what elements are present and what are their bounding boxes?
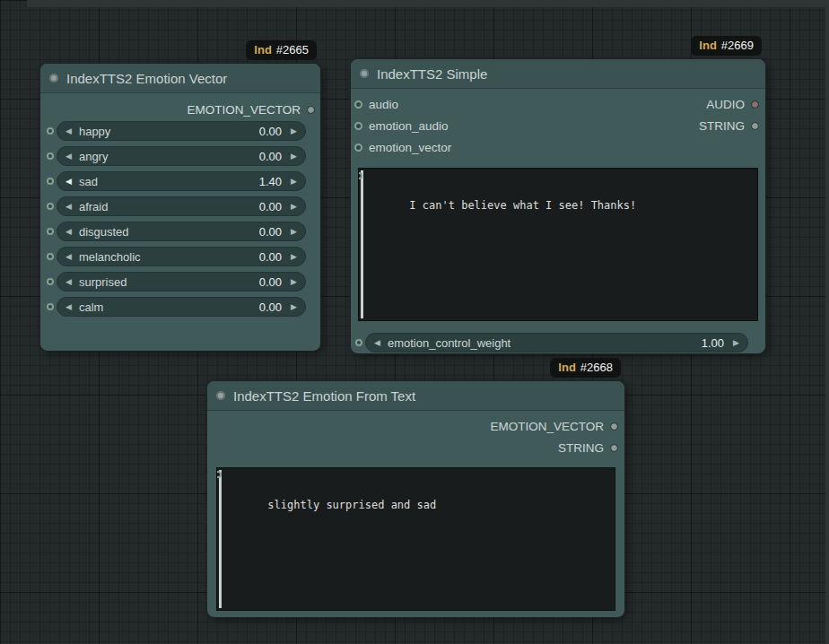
slider-value: 1.40 xyxy=(259,175,282,188)
increment-arrow-icon[interactable]: ▶ xyxy=(291,278,297,286)
output-port-string[interactable] xyxy=(610,444,618,452)
slider-disgusted[interactable]: ◀ disgusted 0.00 ▶ xyxy=(57,222,306,241)
output-port-audio[interactable] xyxy=(751,100,759,109)
collapse-dot[interactable] xyxy=(49,74,58,83)
input-port-afraid[interactable] xyxy=(47,203,54,210)
slider-label: angry xyxy=(79,150,259,163)
collapse-dot[interactable] xyxy=(360,69,369,78)
slider-label: surprised xyxy=(79,275,259,289)
slider-value: 0.00 xyxy=(259,300,282,314)
decrement-arrow-icon[interactable]: ◀ xyxy=(65,253,72,261)
output-port-string[interactable] xyxy=(751,122,759,130)
input-port-calm[interactable] xyxy=(47,303,54,310)
increment-arrow-icon[interactable]: ▶ xyxy=(291,303,297,311)
slider-angry[interactable]: ◀ angry 0.00 ▶ xyxy=(57,146,306,166)
slider-label: sad xyxy=(79,175,259,188)
input-port-angry[interactable] xyxy=(47,152,54,160)
node-title: IndexTTS2 Emotion From Text xyxy=(233,388,415,404)
output-label: STRING xyxy=(699,119,745,133)
input-port-disgusted[interactable] xyxy=(47,228,54,235)
io-row-string-out: STRING xyxy=(207,437,624,458)
node-indextts2-emotion-from-text[interactable]: Ind #2668 IndexTTS2 Emotion From Text EM… xyxy=(206,380,625,618)
text-scrollbar[interactable] xyxy=(219,470,222,608)
io-row-emotion-vector-out: EMOTION_VECTOR xyxy=(207,415,624,437)
node-title: IndexTTS2 Emotion Vector xyxy=(66,71,227,86)
slider-label: emotion_control_weight xyxy=(388,336,702,350)
decrement-arrow-icon[interactable]: ◀ xyxy=(65,152,72,161)
badge-node-id: #2669 xyxy=(721,39,754,52)
increment-arrow-icon[interactable]: ▶ xyxy=(291,127,297,135)
text-content: I can't believe what I see! Thanks! xyxy=(409,199,636,212)
slider-label: happy xyxy=(79,125,259,138)
node-graph-canvas[interactable]: Ind #2665 IndexTTS2 Emotion Vector EMOTI… xyxy=(0,0,829,644)
text-input-widget[interactable]: I can't believe what I see! Thanks! xyxy=(358,168,758,321)
input-port-emotion-audio[interactable] xyxy=(354,122,362,130)
slider-label: disgusted xyxy=(79,225,259,239)
input-port-surprised[interactable] xyxy=(47,278,54,285)
slider-emotion-control-weight[interactable]: ◀ emotion_control_weight 1.00 ▶ xyxy=(365,333,748,352)
node-header[interactable]: IndexTTS2 Emotion Vector xyxy=(40,64,320,93)
slider-label: afraid xyxy=(79,200,259,213)
increment-arrow-icon[interactable]: ▶ xyxy=(291,228,297,236)
slider-melancholic[interactable]: ◀ melancholic 0.00 ▶ xyxy=(57,247,306,266)
io-row-emotion-vector: emotion_vector xyxy=(351,136,765,158)
slider-happy[interactable]: ◀ happy 0.00 ▶ xyxy=(57,121,306,141)
slider-afraid[interactable]: ◀ afraid 0.00 ▶ xyxy=(57,196,306,216)
decrement-arrow-icon[interactable]: ◀ xyxy=(65,127,72,135)
increment-arrow-icon[interactable]: ▶ xyxy=(291,178,297,186)
node-id-badge: Ind #2669 xyxy=(691,36,762,56)
badge-node-id: #2668 xyxy=(580,361,613,374)
badge-source-icon: Ind xyxy=(254,43,272,57)
slider-label: calm xyxy=(79,300,259,314)
output-port-emotion-vector[interactable] xyxy=(610,422,618,431)
input-port-emotion-control-weight[interactable] xyxy=(355,339,362,346)
node-header[interactable]: IndexTTS2 Simple xyxy=(351,59,765,89)
node-header[interactable]: IndexTTS2 Emotion From Text xyxy=(207,381,624,411)
slider-surprised[interactable]: ◀ surprised 0.00 ▶ xyxy=(57,272,306,292)
slider-value: 0.00 xyxy=(259,225,282,239)
decrement-arrow-icon[interactable]: ◀ xyxy=(65,228,72,236)
input-port-melancholic[interactable] xyxy=(47,253,54,260)
decrement-arrow-icon[interactable]: ◀ xyxy=(374,339,380,347)
increment-arrow-icon[interactable]: ▶ xyxy=(291,253,297,261)
node-indextts2-emotion-vector[interactable]: Ind #2665 IndexTTS2 Emotion Vector EMOTI… xyxy=(39,63,321,352)
slider-calm[interactable]: ◀ calm 0.00 ▶ xyxy=(57,297,306,317)
increment-arrow-icon[interactable]: ▶ xyxy=(733,339,739,347)
text-content: slightly surprised and sad xyxy=(267,499,436,511)
output-label: STRING xyxy=(558,441,604,455)
decrement-arrow-icon[interactable]: ◀ xyxy=(65,178,72,186)
output-label: EMOTION_VECTOR xyxy=(187,103,301,117)
input-label: audio xyxy=(369,98,398,111)
slider-value: 0.00 xyxy=(259,150,282,163)
canvas-right-edge xyxy=(825,0,829,644)
input-port-happy[interactable] xyxy=(47,127,54,135)
slider-value: 1.00 xyxy=(702,336,724,350)
badge-source-icon: Ind xyxy=(699,39,717,52)
slider-value: 0.00 xyxy=(259,125,282,138)
text-scrollbar[interactable] xyxy=(361,170,363,318)
io-rows: EMOTION_VECTOR STRING xyxy=(207,415,624,458)
node-id-badge: Ind #2665 xyxy=(246,40,317,60)
decrement-arrow-icon[interactable]: ◀ xyxy=(65,278,72,286)
increment-arrow-icon[interactable]: ▶ xyxy=(291,152,297,161)
increment-arrow-icon[interactable]: ▶ xyxy=(291,203,297,211)
slider-label: melancholic xyxy=(79,250,259,264)
text-input-widget[interactable]: slightly surprised and sad xyxy=(216,467,615,611)
node-id-badge: Ind #2668 xyxy=(550,358,621,378)
collapse-dot[interactable] xyxy=(216,391,225,400)
io-row-audio: audio AUDIO xyxy=(351,93,765,115)
output-port-emotion-vector[interactable] xyxy=(307,106,315,114)
io-rows: audio AUDIO emotion_audio STRING xyxy=(351,93,765,158)
output-label: EMOTION_VECTOR xyxy=(490,420,604,433)
io-row-emotion-audio: emotion_audio STRING xyxy=(351,115,765,136)
input-port-audio[interactable] xyxy=(354,100,362,109)
decrement-arrow-icon[interactable]: ◀ xyxy=(65,203,72,211)
slider-widgets: ◀ emotion_control_weight 1.00 ▶ xyxy=(351,333,765,352)
decrement-arrow-icon[interactable]: ◀ xyxy=(65,303,72,311)
slider-sad[interactable]: ◀ sad 1.40 ▶ xyxy=(57,171,306,191)
input-port-sad[interactable] xyxy=(47,178,54,185)
badge-source-icon: Ind xyxy=(558,361,576,374)
input-port-emotion-vector[interactable] xyxy=(354,144,362,152)
node-indextts2-simple[interactable]: Ind #2669 IndexTTS2 Simple audio AUDIO xyxy=(350,58,766,354)
input-label: emotion_vector xyxy=(369,141,451,154)
